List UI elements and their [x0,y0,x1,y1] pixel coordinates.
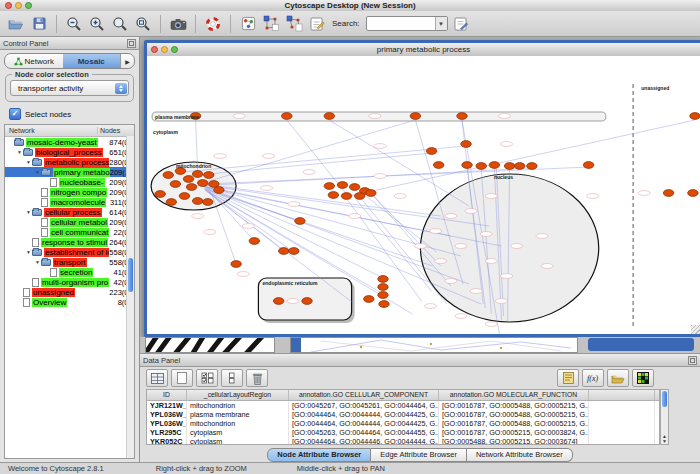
graph-node[interactable] [214,187,225,194]
graph-node[interactable] [489,162,500,169]
graph-node[interactable] [688,190,699,197]
graph-node[interactable] [349,184,360,191]
table-scrollbar[interactable]: ▲▼ [660,389,669,445]
graph-node[interactable] [690,113,700,120]
tree-row[interactable]: secretion41(0) [5,267,134,277]
column-header[interactable]: ID [147,390,187,400]
tab-network-attribute-browser[interactable]: Network Attribute Browser [467,448,573,462]
tab-network[interactable]: Network [5,54,63,68]
overview-window-fragment[interactable] [145,337,275,353]
graph-node[interactable] [302,298,313,305]
network-view-window[interactable]: primary metabolic process plasma membran… [144,40,700,337]
tree-row[interactable]: mosaic-demo-yeast874(0) [5,137,134,147]
graph-node[interactable] [163,172,174,179]
zoom-button[interactable] [171,46,178,53]
graph-node[interactable] [341,193,352,200]
zoom-out-button[interactable] [64,14,84,34]
graph-node[interactable] [462,162,473,169]
graph-node[interactable] [192,198,203,205]
graph-node[interactable] [379,301,390,308]
disclosure-arrow-icon[interactable]: ▼ [25,207,32,217]
delete-attribute-button[interactable] [246,369,268,387]
graph-node[interactable] [364,296,375,303]
graph-node[interactable] [273,298,284,305]
graph-node[interactable] [476,163,487,170]
graph-node[interactable] [155,191,166,198]
graph-node[interactable] [203,199,214,206]
tree-row[interactable]: cell communicat22(0) [5,227,134,237]
node-color-select[interactable]: transporter activity [10,80,129,96]
tree-row[interactable]: ▼metabolic process280(0) [5,157,134,167]
attribute-grid-button[interactable] [146,369,168,387]
tree-row[interactable]: Overview8(0) [5,297,134,307]
graph-node[interactable] [433,162,444,169]
graph-node[interactable] [197,180,208,187]
tree-row[interactable]: macromolecule311(0) [5,197,134,207]
graph-node[interactable] [186,184,197,191]
tree-row[interactable]: ▼transport558(0) [5,257,134,267]
tab-edge-attribute-browser[interactable]: Edge Attribute Browser [371,448,467,462]
background-window-fragment[interactable] [290,337,578,353]
graph-node[interactable] [278,248,289,255]
graph-node[interactable] [204,172,215,179]
graph-node[interactable] [295,218,306,225]
graph-edge[interactable] [329,120,469,206]
tree-row[interactable]: ▼biological_process651(0) [5,147,134,157]
graph-node[interactable] [289,248,300,255]
new-attribute-button[interactable] [171,369,193,387]
zoom-in-button[interactable] [87,14,107,34]
table-row[interactable]: YPL036W__1mitochondrion[GO:0044464, GO:0… [147,419,659,428]
graph-node[interactable] [282,113,293,120]
graph-node[interactable] [366,190,377,197]
graph-node[interactable] [328,192,339,199]
background-window-fragment[interactable] [588,337,694,353]
unselect-attributes-button[interactable] [221,369,243,387]
column-header[interactable]: annotation.GO CELLULAR_COMPONENT [289,390,439,400]
graph-node[interactable] [378,276,389,283]
graph-node[interactable] [663,190,674,197]
tree-column-nodes[interactable]: Nodes [97,127,134,134]
search-dropdown-arrow[interactable]: ▼ [435,17,447,30]
graph-node[interactable] [170,181,181,188]
graph-node[interactable] [337,182,348,189]
disclosure-arrow-icon[interactable]: ▼ [34,167,41,177]
table-row[interactable]: YPL036W__2plasma membrane[GO:0044464, GO… [147,410,659,419]
disclosure-arrow-icon[interactable]: ▼ [25,157,32,167]
graph-node[interactable] [378,284,389,291]
snapshot-button[interactable] [168,14,188,34]
graph-node[interactable] [378,292,389,299]
disclosure-arrow-icon[interactable]: ▼ [16,147,23,157]
tree-row[interactable]: multi-organism pro42(0) [5,277,134,287]
tree-row[interactable]: cellular metabol209(0) [5,217,134,227]
float-panel-icon[interactable] [127,39,136,48]
attribute-formula-button[interactable]: f(x) [582,369,604,387]
annotation-button[interactable] [307,14,327,34]
network-window-titlebar[interactable]: primary metabolic process [147,43,700,57]
graph-edge[interactable] [205,189,433,266]
graph-node[interactable] [192,171,203,178]
table-row[interactable]: YLR295Ccytoplasm[GO:0045263, GO:0044464,… [147,428,659,437]
zoom-fit-button[interactable] [133,14,153,34]
network-canvas[interactable]: plasma membranecytoplasmmitochondrionnuc… [147,56,700,334]
tree-row[interactable]: ▼cellular process614(0) [5,207,134,217]
help-button[interactable] [203,14,223,34]
graph-node[interactable] [504,163,515,170]
tab-mosaic[interactable]: Mosaic [63,54,121,68]
graph-node[interactable] [527,163,538,170]
disclosure-arrow-icon[interactable]: ▼ [25,247,32,257]
attribute-notes-button[interactable] [557,369,579,387]
minimize-button[interactable] [161,46,168,53]
save-button[interactable] [29,14,49,34]
graph-node[interactable] [179,193,190,200]
heatmap-button[interactable] [632,369,654,387]
graph-edge[interactable] [182,146,466,172]
tree-column-network[interactable]: Network [5,127,97,134]
graph-node[interactable] [461,141,472,148]
table-scrollbar-arrows[interactable]: ▲▼ [662,434,667,444]
search-options-button[interactable] [451,14,471,34]
select-attributes-button[interactable] [196,369,218,387]
graph-node[interactable] [426,148,437,155]
tree-scrollbar[interactable] [126,136,134,458]
vizmapper-button[interactable] [238,14,258,34]
disclosure-arrow-icon[interactable]: ▼ [34,257,41,267]
